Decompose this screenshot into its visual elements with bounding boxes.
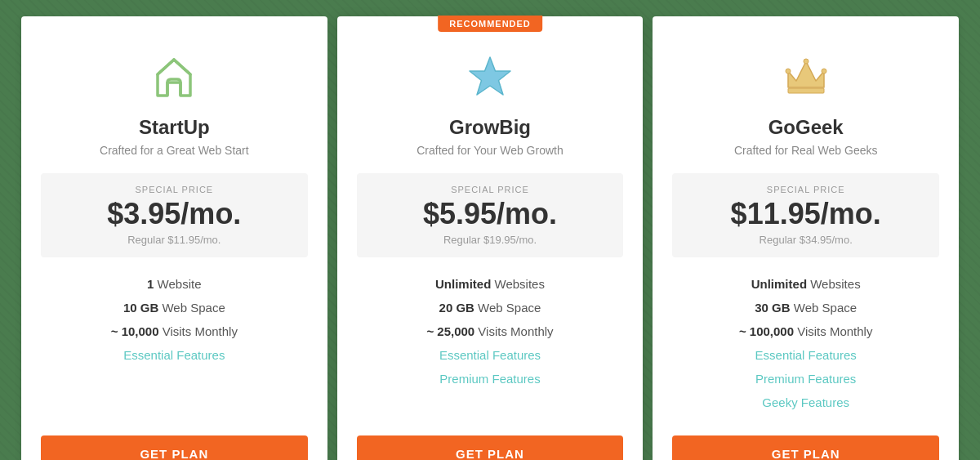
features-list: Unlimited Websites20 GB Web Space~ 25,00… [357,275,624,418]
feature-link[interactable]: Premium Features [672,370,939,387]
feature-link[interactable]: Essential Features [672,346,939,364]
feature-link-item[interactable]: Essential Features [41,346,308,364]
price-box: SPECIAL PRICE $3.95/mo. Regular $11.95/m… [41,173,308,257]
plan-tagline: Crafted for a Great Web Start [100,144,249,157]
svg-rect-1 [788,88,824,93]
price-regular: Regular $34.95/mo. [680,234,931,246]
crown-icon [777,49,835,106]
features-list: Unlimited Websites30 GB Web Space~ 100,0… [672,275,939,418]
price-label: SPECIAL PRICE [49,185,300,194]
plan-tagline: Crafted for Real Web Geeks [734,144,878,157]
feature-link-item[interactable]: Premium Features [357,370,624,387]
feature-item: 20 GB Web Space [357,299,624,316]
svg-point-4 [804,59,808,64]
plan-card-gogeek: GoGeekCrafted for Real Web Geeks SPECIAL… [653,16,959,460]
price-main: $3.95/mo. [49,198,300,230]
plan-tagline: Crafted for Your Web Growth [416,144,564,157]
pricing-container: StartUpCrafted for a Great Web Start SPE… [16,16,964,460]
feature-item: 30 GB Web Space [672,299,939,316]
feature-link[interactable]: Geeky Features [672,394,939,411]
house-icon [145,49,203,106]
feature-link-item[interactable]: Geeky Features [672,394,939,411]
feature-item: 1 Website [41,275,308,293]
get-plan-button[interactable]: GET PLAN [357,435,624,460]
plan-card-startup: StartUpCrafted for a Great Web Start SPE… [21,16,327,460]
feature-item: Unlimited Websites [672,275,939,293]
star-icon [461,49,519,106]
get-plan-button[interactable]: GET PLAN [41,435,308,460]
feature-item: Unlimited Websites [357,275,624,293]
svg-point-2 [786,69,791,74]
plan-name: GoGeek [768,116,844,139]
plan-card-growbig: RECOMMENDED GrowBigCrafted for Your Web … [337,16,644,460]
features-list: 1 Website10 GB Web Space~ 10,000 Visits … [41,275,308,418]
price-box: SPECIAL PRICE $11.95/mo. Regular $34.95/… [672,173,939,257]
price-label: SPECIAL PRICE [365,185,616,194]
feature-item: ~ 10,000 Visits Monthly [41,323,308,340]
price-label: SPECIAL PRICE [680,185,931,194]
svg-marker-0 [470,57,510,95]
feature-link-item[interactable]: Premium Features [672,370,939,387]
plan-name: StartUp [139,116,210,139]
price-main: $11.95/mo. [680,198,931,230]
price-regular: Regular $11.95/mo. [49,234,300,246]
price-box: SPECIAL PRICE $5.95/mo. Regular $19.95/m… [357,173,624,257]
feature-item: 10 GB Web Space [41,299,308,316]
feature-item: ~ 100,000 Visits Monthly [672,323,939,340]
feature-link-item[interactable]: Essential Features [672,346,939,364]
get-plan-button[interactable]: GET PLAN [672,435,939,460]
svg-point-3 [822,69,826,74]
recommended-badge: RECOMMENDED [438,16,542,32]
price-main: $5.95/mo. [365,198,616,230]
feature-link[interactable]: Essential Features [41,346,308,364]
feature-link[interactable]: Premium Features [357,370,624,387]
price-regular: Regular $19.95/mo. [365,234,616,246]
feature-item: ~ 25,000 Visits Monthly [357,323,624,340]
feature-link-item[interactable]: Essential Features [357,346,624,364]
feature-link[interactable]: Essential Features [357,346,624,364]
plan-name: GrowBig [449,116,531,139]
